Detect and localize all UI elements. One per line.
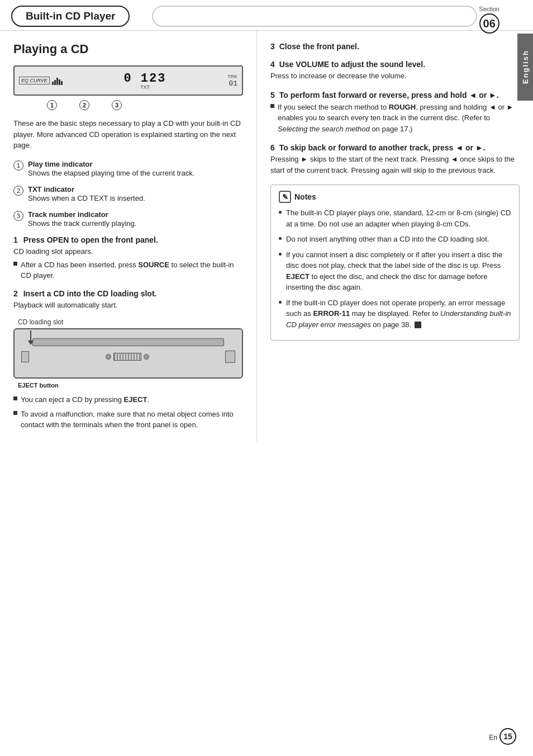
indicator-content-3: Track number indicator Shows the track c… bbox=[28, 210, 136, 229]
eject-bullets: You can eject a CD by pressing EJECT. To… bbox=[13, 394, 243, 431]
notes-box: ✎ Notes The built-in CD player plays one… bbox=[270, 185, 520, 341]
right-step-6: 6 To skip back or forward to another tra… bbox=[270, 143, 520, 176]
cd-display-track: 01 bbox=[229, 79, 237, 88]
right-step-3: 3 Close the front panel. bbox=[270, 42, 520, 51]
page-number: 15 bbox=[499, 728, 516, 745]
right-step-4-text: Press to increase or decrease the volume… bbox=[270, 70, 520, 82]
step-5-sub: If you select the search method to ROUGH… bbox=[270, 102, 520, 135]
notes-item-1: The built-in CD player plays one, standa… bbox=[279, 207, 511, 229]
indicator-desc-2: Shows when a CD TEXT is inserted. bbox=[28, 193, 145, 204]
indicator-circle-3: 3 bbox=[13, 211, 23, 221]
right-step-5-text: If you select the search method to ROUGH… bbox=[270, 102, 520, 135]
section-box: Section 06 bbox=[479, 6, 499, 34]
step-2: 2 Insert a CD into the CD loading slot. … bbox=[13, 289, 243, 311]
eject-bullet-sq-2 bbox=[13, 411, 17, 415]
cd-display: EQ CURVE 0 123 TXT TRK 01 bbox=[13, 65, 243, 96]
diagram-center bbox=[106, 353, 149, 361]
english-vertical-label: English bbox=[517, 34, 533, 101]
bar4 bbox=[59, 79, 60, 85]
right-step-6-title: To skip back or forward to another track… bbox=[279, 143, 486, 152]
notes-dot-3 bbox=[279, 253, 282, 256]
stop-icon bbox=[415, 322, 421, 328]
indicator-3: 3 Track number indicator Shows the track… bbox=[13, 210, 243, 229]
indicator-content-1: Play time indicator Shows the elapsed pl… bbox=[28, 160, 194, 178]
right-step-4: 4 Use VOLUME to adjust the sound level. … bbox=[270, 60, 520, 82]
section-title: Playing a CD bbox=[13, 42, 243, 56]
bar5 bbox=[61, 81, 63, 85]
notes-header: ✎ Notes bbox=[279, 191, 511, 203]
notes-dot-1 bbox=[279, 211, 282, 214]
indicator-content-2: TXT indicator Shows when a CD TEXT is in… bbox=[28, 185, 145, 204]
step-1-title: Press OPEN to open the front panel. bbox=[23, 235, 158, 244]
step-1-num: 1 bbox=[13, 235, 18, 244]
step-2-num: 2 bbox=[13, 289, 18, 298]
indicator-title-1: Play time indicator bbox=[28, 160, 194, 168]
diagram-btn-right bbox=[225, 351, 235, 363]
page-header: Built-in CD Player Section 06 bbox=[0, 0, 533, 31]
arrow-line bbox=[30, 330, 31, 341]
step-1: 1 Press OPEN to open the front panel. CD… bbox=[13, 235, 243, 281]
notes-text-2: Do not insert anything other than a CD i… bbox=[286, 234, 489, 245]
right-step-5-heading: 5 To perform fast forward or reverse, pr… bbox=[270, 91, 520, 100]
bar3 bbox=[56, 78, 58, 85]
callout-3: 3 bbox=[112, 100, 122, 110]
cd-display-center-wrap: 0 123 TXT bbox=[123, 72, 166, 90]
notes-dot-4 bbox=[279, 301, 282, 304]
right-step-6-num: 6 bbox=[270, 143, 275, 152]
callout-2: 2 bbox=[79, 100, 89, 110]
indicator-desc-1: Shows the elapsed playing time of the cu… bbox=[28, 168, 194, 178]
notes-item-3: If you cannot insert a disc completely o… bbox=[279, 249, 511, 293]
txt-label: TXT bbox=[140, 84, 150, 90]
right-step-4-num: 4 bbox=[270, 60, 275, 69]
eject-bullet-1-text: You can eject a CD by pressing EJECT. bbox=[21, 394, 149, 405]
indicator-1: 1 Play time indicator Shows the elapsed … bbox=[13, 160, 243, 178]
bar2 bbox=[54, 80, 56, 85]
eject-bullet-2: To avoid a malfunction, make sure that n… bbox=[13, 409, 243, 431]
cd-display-right-wrap: TRK 01 bbox=[227, 74, 237, 88]
notes-icon: ✎ bbox=[279, 191, 291, 203]
right-column: 3 Close the front panel. 4 Use VOLUME to… bbox=[257, 31, 533, 442]
right-step-5: 5 To perform fast forward or reverse, pr… bbox=[270, 91, 520, 135]
step-5-bullet bbox=[270, 104, 274, 108]
right-step-3-title: Close the front panel. bbox=[279, 42, 359, 51]
diagram-slot-label: CD loading slot bbox=[18, 318, 243, 326]
notes-item-4: If the built-in CD player does not opera… bbox=[279, 297, 511, 330]
left-column: Playing a CD EQ CURVE 0 123 TXT TRK 01 bbox=[0, 31, 257, 442]
eject-bullet-2-text: To avoid a malfunction, make sure that n… bbox=[21, 409, 243, 431]
step-1-text: CD loading slot appears. bbox=[13, 246, 243, 257]
section-number: 06 bbox=[479, 13, 499, 34]
page-title: Built-in CD Player bbox=[11, 6, 130, 27]
notes-dot-2 bbox=[279, 237, 282, 240]
callout-row: 1 2 3 bbox=[13, 100, 243, 110]
eq-curve-label: EQ CURVE bbox=[19, 77, 50, 84]
step-1-sub-text: After a CD has been inserted, press SOUR… bbox=[21, 259, 243, 281]
right-step-5-num: 5 bbox=[270, 91, 275, 100]
diagram-knob-right bbox=[144, 354, 149, 360]
cd-slot bbox=[32, 338, 224, 346]
diagram-btn-left bbox=[21, 351, 29, 362]
indicator-title-2: TXT indicator bbox=[28, 185, 145, 193]
bar1 bbox=[52, 82, 54, 85]
signal-bars bbox=[52, 76, 63, 85]
step-5-sub-text: If you select the search method to ROUGH… bbox=[278, 102, 520, 135]
step-1-heading: 1 Press OPEN to open the front panel. bbox=[13, 235, 243, 244]
notes-text-1: The built-in CD player plays one, standa… bbox=[286, 207, 511, 229]
diagram-left-panel bbox=[21, 351, 29, 362]
callout-1: 1 bbox=[47, 100, 57, 110]
right-step-4-heading: 4 Use VOLUME to adjust the sound level. bbox=[270, 60, 520, 69]
right-step-4-title: Use VOLUME to adjust the sound level. bbox=[279, 60, 425, 69]
indicator-desc-3: Shows the track currently playing. bbox=[28, 219, 136, 229]
notes-text-4: If the built-in CD player does not opera… bbox=[286, 297, 511, 330]
notes-item-2: Do not insert anything other than a CD i… bbox=[279, 234, 511, 245]
right-step-3-heading: 3 Close the front panel. bbox=[270, 42, 520, 51]
trk-label: TRK bbox=[227, 74, 237, 79]
page-en-label: En bbox=[489, 734, 497, 741]
cd-display-number: 0 123 bbox=[123, 72, 166, 86]
eject-bullet-sq-1 bbox=[13, 396, 17, 400]
step-1-sub-0: After a CD has been inserted, press SOUR… bbox=[13, 259, 243, 281]
right-step-6-heading: 6 To skip back or forward to another tra… bbox=[270, 143, 520, 152]
indicator-circle-1: 1 bbox=[13, 160, 23, 171]
right-step-6-text: Pressing ► skips to the start of the nex… bbox=[270, 154, 520, 176]
diagram-knob bbox=[106, 354, 111, 360]
section-label: Section bbox=[479, 6, 499, 12]
